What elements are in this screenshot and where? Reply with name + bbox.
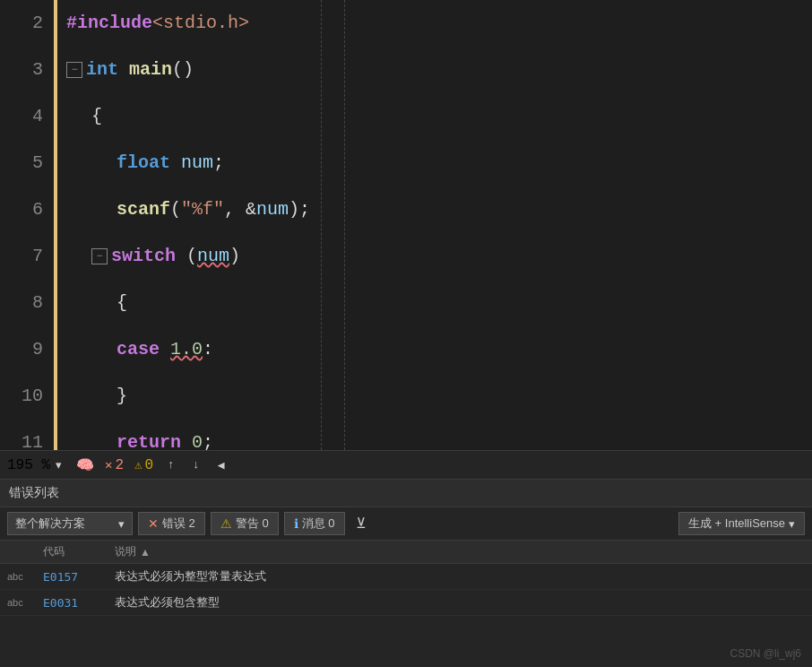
warn-filter-btn[interactable]: ⚠ 警告 0	[211, 512, 279, 535]
error-panel: 错误列表 整个解决方案 ▾ ✕ 错误 2 ⚠ 警告 0 ℹ 消息 0 ⊻ 生成 …	[0, 479, 812, 667]
dropdown-chevron-icon: ▾	[118, 517, 125, 531]
code-line-3: − int main()	[66, 47, 812, 93]
code-line-9: case 1.0:	[66, 326, 812, 373]
line-num-8: 8	[0, 280, 43, 326]
warn-count-status[interactable]: ⚠ 0	[134, 457, 153, 473]
fold-icon-7[interactable]: −	[91, 248, 108, 264]
line-num-10: 10	[0, 373, 43, 420]
fold-icon-3[interactable]: −	[66, 62, 82, 78]
error-filter-btn[interactable]: ✕ 错误 2	[138, 512, 205, 535]
warn-btn-label: 警告 0	[236, 515, 269, 532]
solution-label: 整个解决方案	[15, 515, 85, 532]
error-panel-title: 错误列表	[0, 480, 812, 507]
brain-icon: 🧠	[76, 456, 94, 474]
warn-num: 0	[145, 457, 154, 473]
line-num-3: 3	[0, 47, 43, 93]
error-btn-label: 错误 2	[162, 515, 195, 532]
line-numbers: 2 3 4 5 6 7 8 9 10 11 12	[0, 0, 54, 450]
build-dropdown[interactable]: 生成 + IntelliSense ▾	[678, 512, 805, 535]
code-line-6: scanf("%f", &num);	[66, 186, 812, 233]
code-line-7: − switch (num)	[66, 233, 812, 280]
error-row-1[interactable]: abc E0157 表达式必须为整型常量表达式	[0, 564, 812, 590]
build-label: 生成 + IntelliSense	[688, 515, 785, 532]
nav-left-arrow[interactable]: ◀	[214, 456, 229, 474]
code-lines[interactable]: #include<stdio.h> − int main() { float n…	[57, 0, 812, 450]
line-num-5: 5	[0, 140, 43, 186]
code-container: 2 3 4 5 6 7 8 9 10 11 12 #include<stdio.…	[0, 0, 812, 450]
warn-triangle-icon: ⚠	[134, 457, 142, 472]
line-num-7: 7	[0, 233, 43, 280]
zoom-label: 195 %	[7, 457, 50, 473]
error-table-header: 代码 说明 ▲	[0, 541, 812, 564]
nav-down-arrow[interactable]: ↓	[189, 456, 203, 473]
error-desc-2: 表达式必须包含整型	[115, 594, 805, 611]
sort-asc-icon[interactable]: ▲	[140, 546, 151, 559]
error-num: 2	[115, 457, 124, 473]
info-filter-btn[interactable]: ℹ 消息 0	[284, 512, 345, 535]
build-chevron-icon: ▾	[789, 517, 795, 531]
solution-dropdown[interactable]: 整个解决方案 ▾	[7, 512, 133, 535]
code-line-10: }	[66, 373, 812, 420]
filter-icon[interactable]: ⊻	[350, 512, 372, 535]
info-circle-icon: ℹ	[294, 516, 298, 531]
line-num-4: 4	[0, 93, 43, 140]
error-table: 代码 说明 ▲ abc E0157 表达式必须为整型常量表达式 abc E003…	[0, 541, 812, 667]
nav-up-arrow[interactable]: ↑	[164, 456, 178, 473]
code-line-8: {	[66, 280, 812, 326]
zoom-dropdown-btn[interactable]: ▾	[52, 456, 65, 473]
error-code-1: E0157	[43, 570, 115, 584]
code-line-4: {	[66, 93, 812, 140]
info-btn-label: 消息 0	[302, 515, 335, 532]
col-header-desc: 说明 ▲	[115, 544, 805, 559]
error-code-2: E0031	[43, 596, 115, 610]
error-count-status[interactable]: ✕ 2	[105, 457, 124, 473]
col-header-code: 代码	[43, 544, 115, 559]
error-desc-1: 表达式必须为整型常量表达式	[115, 568, 805, 585]
error-x-icon: ✕	[105, 457, 112, 472]
editor-area: 2 3 4 5 6 7 8 9 10 11 12 #include<stdio.…	[0, 0, 812, 450]
warn-triangle-icon2: ⚠	[220, 516, 232, 531]
error-row-2[interactable]: abc E0031 表达式必须包含整型	[0, 590, 812, 616]
error-x-icon2: ✕	[148, 516, 159, 531]
error-toolbar: 整个解决方案 ▾ ✕ 错误 2 ⚠ 警告 0 ℹ 消息 0 ⊻ 生成 + Int…	[0, 507, 812, 541]
error-row-icon-1: abc	[7, 571, 43, 582]
code-line-2: #include<stdio.h>	[66, 0, 812, 47]
line-num-6: 6	[0, 186, 43, 233]
line-num-9: 9	[0, 326, 43, 373]
status-bar: 195 % ▾ 🧠 ✕ 2 ⚠ 0 ↑ ↓ ◀	[0, 450, 812, 479]
code-line-11: return 0;	[66, 420, 812, 450]
zoom-control[interactable]: 195 % ▾	[7, 456, 65, 473]
csdn-watermark: CSDN @li_wj6	[730, 647, 801, 660]
line-num-2: 2	[0, 0, 43, 47]
line-num-11: 11	[0, 420, 43, 450]
code-line-5: float num;	[66, 140, 812, 186]
error-row-icon-2: abc	[7, 597, 43, 608]
